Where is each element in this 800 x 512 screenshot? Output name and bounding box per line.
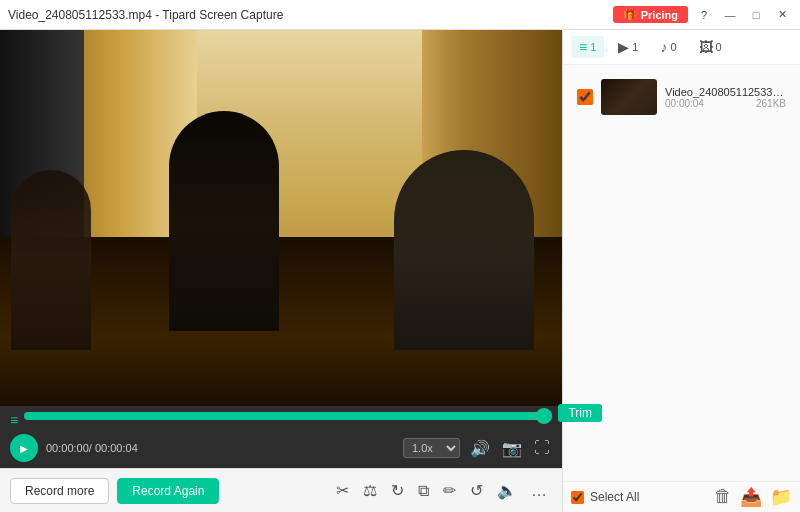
volume-icon[interactable]: 🔊 — [468, 437, 492, 460]
camera-icon[interactable]: 📷 — [500, 437, 524, 460]
timeline-progress — [24, 412, 552, 420]
tab-play[interactable]: ▶ 1 — [610, 36, 646, 58]
scene — [0, 30, 562, 406]
media-thumbnail — [601, 79, 657, 115]
select-all-label: Select All — [590, 490, 639, 504]
delete-icon[interactable]: 🗑 — [714, 486, 732, 508]
title-bar-text: Video_240805112533.mp4 - Tipard Screen C… — [8, 8, 613, 22]
export-icon[interactable]: 📤 — [740, 486, 762, 508]
adjust-icon[interactable]: ⚖ — [358, 478, 382, 503]
speed-select[interactable]: 1.0x 0.5x 1.25x 1.5x 2.0x — [403, 438, 460, 458]
timeline-wrap: ≡ Trim — [10, 412, 552, 428]
gift-icon: 🎁 — [623, 8, 637, 21]
record-more-button[interactable]: Record more — [10, 478, 109, 504]
video-controls: ≡ Trim ▶ 00:00:00/ 00:00:04 1.0x 0.5x — [0, 406, 562, 468]
play-tab-icon: ▶ — [618, 39, 629, 55]
rotate-icon[interactable]: ↻ — [386, 478, 409, 503]
timeline-container[interactable] — [24, 412, 552, 428]
pricing-label: Pricing — [641, 9, 678, 21]
audio-tool-icon[interactable]: 🔈 — [492, 478, 522, 503]
list-icon: ≡ — [10, 412, 18, 428]
audio-tab-icon: ♪ — [660, 39, 667, 55]
right-tabs: ≡ 1 ▶ 1 ♪ 0 🖼 0 — [563, 30, 800, 65]
controls-row: ▶ 00:00:00/ 00:00:04 1.0x 0.5x 1.25x 1.5… — [10, 434, 552, 462]
person-right — [394, 150, 534, 350]
media-duration: 00:00:04 — [665, 98, 704, 109]
title-bar: Video_240805112533.mp4 - Tipard Screen C… — [0, 0, 800, 30]
close-button[interactable]: ✕ — [772, 5, 792, 25]
more-icon[interactable]: … — [526, 479, 552, 503]
effect-icon[interactable]: ↺ — [465, 478, 488, 503]
tab-image[interactable]: 🖼 0 — [691, 36, 730, 58]
list-tab-icon: ≡ — [579, 39, 587, 55]
minimize-button[interactable]: — — [720, 5, 740, 25]
list-item[interactable]: Video_240805112533.mp4 00:00:04 261KB — [571, 73, 792, 121]
folder-icon[interactable]: 📁 — [770, 486, 792, 508]
tools-right: ✂ ⚖ ↻ ⧉ ✏ ↺ 🔈 … — [331, 478, 552, 503]
cut-icon[interactable]: ✂ — [331, 478, 354, 503]
media-meta: 00:00:04 261KB — [665, 98, 786, 109]
video-area — [0, 30, 562, 406]
media-size: 261KB — [756, 98, 786, 109]
time-display: 00:00:00/ 00:00:04 — [46, 442, 138, 454]
help-icon[interactable]: ? — [694, 5, 714, 25]
media-name: Video_240805112533.mp4 — [665, 86, 786, 98]
person-left — [11, 170, 91, 350]
play-button[interactable]: ▶ — [10, 434, 38, 462]
title-bar-controls: 🎁 Pricing ? — □ ✕ — [613, 5, 792, 25]
select-all-row: Select All 🗑 📤 📁 — [563, 481, 800, 512]
thumb-inner — [601, 79, 657, 115]
main-layout: ≡ Trim ▶ 00:00:00/ 00:00:04 1.0x 0.5x — [0, 30, 800, 512]
right-action-icons: 🗑 📤 📁 — [714, 486, 792, 508]
fullscreen-icon[interactable]: ⛶ — [532, 437, 552, 459]
edit-icon[interactable]: ✏ — [438, 478, 461, 503]
image-tab-icon: 🖼 — [699, 39, 713, 55]
timeline-handle[interactable] — [536, 408, 552, 424]
timeline-bar[interactable] — [24, 412, 552, 420]
video-frame — [0, 30, 562, 406]
left-panel: ≡ Trim ▶ 00:00:00/ 00:00:04 1.0x 0.5x — [0, 30, 562, 512]
select-all-checkbox[interactable] — [571, 491, 584, 504]
pricing-button[interactable]: 🎁 Pricing — [613, 6, 688, 23]
media-checkbox[interactable] — [577, 89, 593, 105]
tab-video[interactable]: ≡ 1 — [571, 36, 604, 58]
trim-button[interactable]: Trim — [558, 404, 602, 422]
bottom-bar: Record more Record Again ✂ ⚖ ↻ ⧉ ✏ ↺ 🔈 … — [0, 468, 562, 512]
person-center — [169, 111, 279, 331]
media-info: Video_240805112533.mp4 00:00:04 261KB — [665, 86, 786, 109]
right-panel: ≡ 1 ▶ 1 ♪ 0 🖼 0 — [562, 30, 800, 512]
record-again-button[interactable]: Record Again — [117, 478, 219, 504]
tab-audio[interactable]: ♪ 0 — [652, 36, 684, 58]
merge-icon[interactable]: ⧉ — [413, 479, 434, 503]
maximize-button[interactable]: □ — [746, 5, 766, 25]
